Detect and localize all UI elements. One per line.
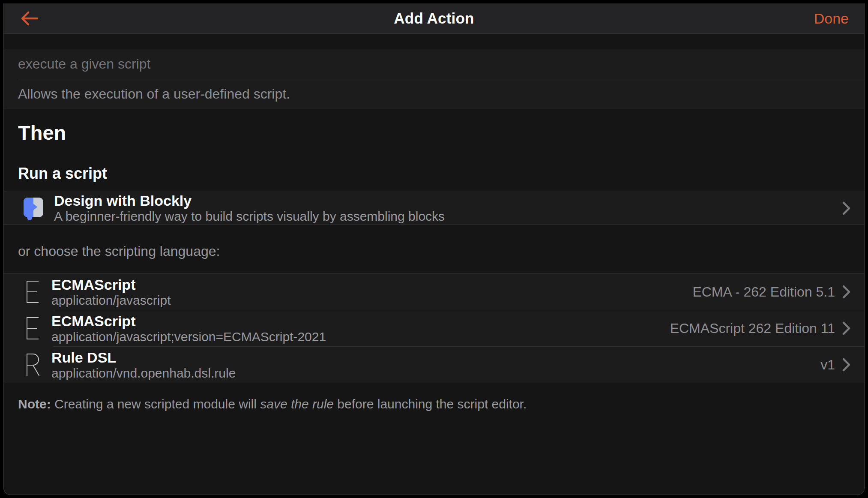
chevron-right-icon <box>842 284 851 300</box>
module-name-placeholder: execute a given script <box>18 56 151 72</box>
note-italic: save the rule <box>260 397 334 411</box>
chevron-right-icon <box>842 357 851 372</box>
choose-language-label: or choose the scripting language: <box>18 243 864 259</box>
then-heading: Then <box>18 122 850 144</box>
note-footer: Note: Creating a new scripted module wil… <box>18 396 850 412</box>
language-title: ECMAScript <box>51 313 670 329</box>
chevron-right-icon <box>842 201 851 216</box>
note-text-2: before launching the script editor. <box>334 397 527 411</box>
run-a-script-heading: Run a script <box>18 165 850 182</box>
list-item-ecmascript-5[interactable]: ECMAScript application/javascript ECMA -… <box>4 274 864 310</box>
module-info-block: execute a given script Allows the execut… <box>4 49 864 109</box>
chevron-right-icon <box>842 321 851 336</box>
language-mime: application/javascript <box>51 293 692 308</box>
add-action-sheet: Add Action Done execute a given script A… <box>3 3 865 495</box>
language-title: ECMAScript <box>51 276 692 293</box>
done-button[interactable]: Done <box>814 10 849 27</box>
navbar: Add Action Done <box>4 3 864 34</box>
module-description-row: Allows the execution of a user-defined s… <box>4 79 864 109</box>
language-letter-r-icon <box>23 352 42 377</box>
blockly-block: Design with Blockly A beginner-friendly … <box>4 192 864 225</box>
note-label: Note: <box>18 397 51 411</box>
language-mime: application/javascript;version=ECMAScrip… <box>51 329 670 344</box>
screen: { "colors": { "accent_orange": "#d95e36"… <box>0 0 868 498</box>
module-description: Allows the execution of a user-defined s… <box>18 86 290 102</box>
back-arrow-icon <box>19 10 39 27</box>
blockly-subtitle: A beginner-friendly way to build scripts… <box>54 209 842 224</box>
back-button[interactable] <box>19 10 39 27</box>
list-item-ecmascript-2021[interactable]: ECMAScript application/javascript;versio… <box>4 310 864 346</box>
design-with-blockly-item[interactable]: Design with Blockly A beginner-friendly … <box>4 192 864 224</box>
blockly-icon <box>23 197 44 220</box>
language-version: v1 <box>820 357 835 373</box>
language-title: Rule DSL <box>51 349 820 366</box>
language-version: ECMA - 262 Edition 5.1 <box>692 284 835 300</box>
note-text-1: Creating a new scripted module will <box>51 397 260 411</box>
list-item-rule-dsl[interactable]: Rule DSL application/vnd.openhab.dsl.rul… <box>4 347 864 383</box>
module-name-field[interactable]: execute a given script <box>4 49 864 79</box>
language-mime: application/vnd.openhab.dsl.rule <box>51 366 820 381</box>
then-section: Then Run a script <box>4 109 864 182</box>
page-title: Add Action <box>4 10 864 27</box>
blockly-title: Design with Blockly <box>54 192 842 209</box>
language-letter-e-icon <box>23 316 42 341</box>
language-letter-e-icon <box>23 279 42 304</box>
languages-block: ECMAScript application/javascript ECMA -… <box>4 273 864 383</box>
language-version: ECMAScript 262 Edition 11 <box>670 321 835 336</box>
